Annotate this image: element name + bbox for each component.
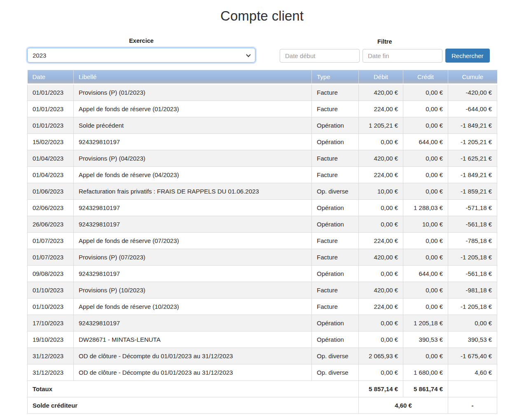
cell-credit: 0,00 €: [403, 298, 448, 315]
cell-type: Opération: [312, 331, 359, 348]
totals-row: Totaux 5 857,14 € 5 861,74 €: [28, 380, 497, 397]
cell-libelle: Provisions (P) (04/2023): [74, 150, 312, 166]
table-row: 26/06/2023 924329810197 Opération 0,00 €…: [28, 216, 497, 232]
table-footer: Totaux 5 857,14 € 5 861,74 € Solde crédi…: [28, 380, 497, 413]
table-row: 09/08/2023 924329810197 Opération 0,00 €…: [28, 265, 497, 282]
filtre-group: Filtre Rechercher: [280, 38, 490, 63]
cell-libelle: 924329810197: [74, 199, 312, 216]
cell-debit: 224,00 €: [359, 298, 403, 315]
cell-type: Opération: [312, 265, 359, 282]
cell-credit: 0,00 €: [403, 348, 448, 364]
solde-cumule-dash: -: [448, 397, 497, 413]
cell-date: 01/01/2023: [28, 117, 74, 133]
table-row: 01/01/2023 Provisions (P) (01/2023) Fact…: [28, 84, 497, 100]
cell-debit: 0,00 €: [359, 364, 403, 380]
cell-type: Facture: [312, 150, 359, 166]
cell-credit: 644,00 €: [403, 133, 448, 150]
cell-libelle: Appel de fonds de réserve (01/2023): [74, 100, 312, 117]
header-row: Date Libellé Type Débit Crédit Cumule: [28, 70, 497, 84]
cell-libelle: 924329810197: [74, 133, 312, 150]
table-row: 17/10/2023 924329810197 Opération 0,00 €…: [28, 315, 497, 331]
cell-type: Op. diverse: [312, 348, 359, 364]
cell-date: 19/10/2023: [28, 331, 74, 348]
column-header-credit: Crédit: [403, 70, 448, 84]
filtre-row: Rechercher: [280, 49, 490, 63]
cell-libelle: Solde précédent: [74, 117, 312, 133]
cell-date: 01/10/2023: [28, 282, 74, 298]
cell-credit: 10,00 €: [403, 216, 448, 232]
cell-type: Facture: [312, 84, 359, 100]
cell-debit: 10,00 €: [359, 183, 403, 199]
cell-type: Op. diverse: [312, 183, 359, 199]
exercice-select-wrap: 2023: [27, 48, 255, 63]
table-row: 02/06/2023 924329810197 Opération 0,00 €…: [28, 199, 497, 216]
totals-label: Totaux: [28, 380, 359, 397]
cell-debit: 0,00 €: [359, 331, 403, 348]
column-header-type: Type: [312, 70, 359, 84]
cell-credit: 0,00 €: [403, 282, 448, 298]
table-row: 01/04/2023 Provisions (P) (04/2023) Fact…: [28, 150, 497, 166]
column-header-libelle: Libellé: [74, 70, 312, 84]
cell-libelle: Provisions (P) (01/2023): [74, 84, 312, 100]
cell-date: 01/06/2023: [28, 183, 74, 199]
cell-cumule: -644,00 €: [448, 100, 497, 117]
date-debut-input[interactable]: [280, 49, 360, 63]
cell-type: Facture: [312, 232, 359, 249]
cell-type: Opération: [312, 199, 359, 216]
cell-debit: 2 065,93 €: [359, 348, 403, 364]
cell-type: Facture: [312, 166, 359, 183]
table-row: 01/10/2023 Provisions (P) (10/2023) Fact…: [28, 282, 497, 298]
cell-debit: 224,00 €: [359, 232, 403, 249]
cell-date: 01/07/2023: [28, 232, 74, 249]
cell-date: 09/08/2023: [28, 265, 74, 282]
cell-credit: 0,00 €: [403, 232, 448, 249]
exercice-select[interactable]: 2023: [27, 48, 255, 63]
cell-credit: 1 680,00 €: [403, 364, 448, 380]
cell-libelle: Provisions (P) (07/2023): [74, 249, 312, 265]
exercice-label: Exercice: [27, 37, 255, 44]
column-header-cumule: Cumule: [448, 70, 497, 84]
cell-cumule: -1 849,21 €: [448, 166, 497, 183]
page-title: Compte client: [27, 8, 497, 24]
search-button[interactable]: Rechercher: [445, 49, 490, 63]
cell-libelle: Refacturation frais privatifs : FRAIS DE…: [74, 183, 312, 199]
cell-libelle: 924329810197: [74, 265, 312, 282]
cell-libelle: 924329810197: [74, 315, 312, 331]
cell-cumule: -1 859,21 €: [448, 183, 497, 199]
cell-debit: 0,00 €: [359, 133, 403, 150]
cell-date: 01/01/2023: [28, 84, 74, 100]
cell-debit: 420,00 €: [359, 150, 403, 166]
date-fin-input[interactable]: [363, 49, 442, 63]
cell-cumule: -1 849,21 €: [448, 117, 497, 133]
cell-credit: 1 205,18 €: [403, 315, 448, 331]
cell-date: 31/12/2023: [28, 364, 74, 380]
account-table: Date Libellé Type Débit Crédit Cumule 01…: [27, 70, 497, 414]
table-row: 31/12/2023 OD de clôture - Décompte du 0…: [28, 348, 497, 364]
cell-type: Opération: [312, 133, 359, 150]
cell-libelle: Appel de fonds de réserve (10/2023): [74, 298, 312, 315]
cell-date: 01/07/2023: [28, 249, 74, 265]
cell-cumule: -571,18 €: [448, 199, 497, 216]
cell-libelle: Provisions (P) (10/2023): [74, 282, 312, 298]
cell-type: Facture: [312, 249, 359, 265]
table-row: 01/04/2023 Appel de fonds de réserve (04…: [28, 166, 497, 183]
cell-debit: 420,00 €: [359, 282, 403, 298]
cell-credit: 0,00 €: [403, 166, 448, 183]
cell-date: 31/12/2023: [28, 348, 74, 364]
cell-date: 17/10/2023: [28, 315, 74, 331]
cell-cumule: -1 675,40 €: [448, 348, 497, 364]
table-row: 01/07/2023 Provisions (P) (07/2023) Fact…: [28, 249, 497, 265]
cell-credit: 0,00 €: [403, 183, 448, 199]
cell-type: Op. diverse: [312, 364, 359, 380]
table-body: 01/01/2023 Provisions (P) (01/2023) Fact…: [28, 84, 497, 380]
cell-type: Opération: [312, 117, 359, 133]
solde-value: 4,60 €: [359, 397, 448, 413]
cell-credit: 0,00 €: [403, 117, 448, 133]
cell-date: 02/06/2023: [28, 199, 74, 216]
filter-bar: Exercice 2023 Filtre Rechercher: [27, 37, 497, 63]
column-header-date: Date: [28, 70, 74, 84]
cell-cumule: 0,00 €: [448, 315, 497, 331]
table-row: 15/02/2023 924329810197 Opération 0,00 €…: [28, 133, 497, 150]
cell-cumule: -1 625,21 €: [448, 150, 497, 166]
table-row: 01/01/2023 Appel de fonds de réserve (01…: [28, 100, 497, 117]
